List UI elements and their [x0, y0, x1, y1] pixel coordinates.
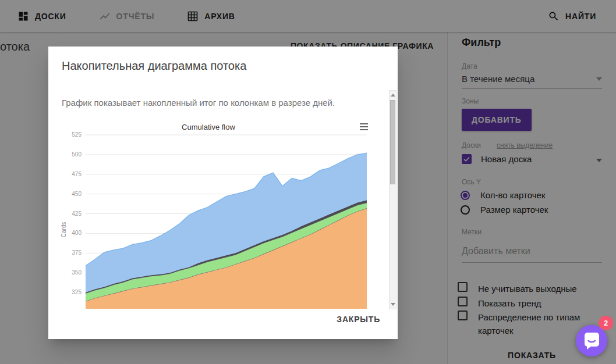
svg-text:375: 375	[72, 249, 82, 256]
chart-title: Cumulative flow	[60, 123, 357, 131]
cumulative-flow-chart: Cumulative flow 325350375400425450475500…	[60, 119, 377, 309]
chart-context-menu-icon[interactable]	[360, 123, 368, 130]
svg-text:350: 350	[72, 269, 82, 276]
scrollbar-thumb[interactable]	[390, 100, 395, 184]
svg-text:325: 325	[72, 289, 82, 295]
modal-description: График показывает накопленный итог по ко…	[62, 98, 335, 108]
cumulative-flow-modal: Накопительная диаграмма потока График по…	[48, 47, 398, 339]
svg-text:525: 525	[72, 131, 82, 138]
svg-text:500: 500	[72, 151, 82, 158]
chart-plot: 325350375400425450475500525Cards	[60, 119, 377, 309]
svg-text:425: 425	[72, 210, 82, 217]
close-modal-button[interactable]: ЗАКРЫТЬ	[333, 310, 384, 329]
unread-count-badge: 2	[599, 316, 613, 330]
modal-title: Накопительная диаграмма потока	[62, 59, 246, 73]
svg-text:475: 475	[72, 171, 82, 177]
scroll-down-icon[interactable]	[391, 303, 395, 306]
modal-scrollbar[interactable]	[389, 90, 396, 309]
scroll-up-icon[interactable]	[391, 94, 395, 97]
app: ДОСКИ ОТЧЁТЫ АРХИВ НАЙТИ отока ПОКАЗАТЬ …	[0, 0, 616, 364]
svg-text:450: 450	[72, 191, 82, 197]
svg-text:400: 400	[72, 230, 82, 236]
svg-text:Cards: Cards	[61, 222, 67, 238]
